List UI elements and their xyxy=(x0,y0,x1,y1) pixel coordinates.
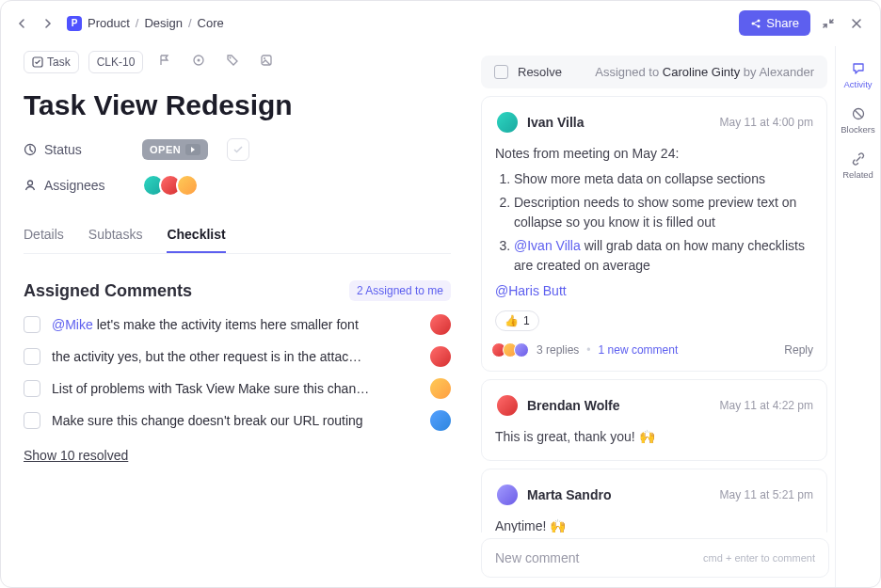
avatar xyxy=(495,393,520,418)
chat-icon xyxy=(851,61,866,76)
link-icon xyxy=(851,151,866,167)
status-label: Status xyxy=(24,142,129,157)
comment-thread: Ivan Villa May 11 at 4:00 pm Notes from … xyxy=(481,96,827,372)
new-comment-indicator[interactable]: 1 new comment xyxy=(599,343,679,357)
reaction-thumbsup[interactable]: 👍 1 xyxy=(495,310,539,331)
avatar xyxy=(176,174,199,197)
blocked-icon xyxy=(851,106,866,121)
task-title: Task View Redesign xyxy=(24,89,451,121)
checkbox[interactable] xyxy=(24,412,40,429)
list-item: @Ivan Villa will grab data on how many c… xyxy=(514,236,813,276)
comment-thread: Brendan Wolfe May 11 at 4:22 pm This is … xyxy=(481,379,827,461)
resolve-checkbox[interactable] xyxy=(494,65,508,79)
author-name: Ivan Villa xyxy=(527,115,584,130)
assigned-to-text: Assigned to Caroline Ginty by Alexander xyxy=(595,65,814,79)
mention[interactable]: @Haris Butt xyxy=(495,283,567,298)
image-icon[interactable] xyxy=(254,50,279,74)
status-pill[interactable]: OPEN xyxy=(142,139,208,160)
crumb-0[interactable]: Product xyxy=(88,16,130,30)
composer-placeholder: New comment xyxy=(495,550,579,565)
complete-toggle[interactable] xyxy=(227,138,249,161)
svg-point-8 xyxy=(264,57,265,59)
task-type-chip[interactable]: Task xyxy=(24,51,79,73)
project-icon: P xyxy=(67,16,82,31)
comment-row: Make sure this change doesn't break our … xyxy=(24,410,451,431)
comment-text[interactable]: @Mike let's make the activity items here… xyxy=(52,317,419,332)
tag-icon[interactable] xyxy=(220,50,245,74)
assignees-label: Assignees xyxy=(24,178,129,193)
crumb-1[interactable]: Design xyxy=(144,16,182,30)
checklist-icon xyxy=(32,56,43,68)
comment-row: List of problems with Task View Make sur… xyxy=(24,378,451,399)
checkbox[interactable] xyxy=(24,348,40,365)
share-button[interactable]: Share xyxy=(739,10,810,36)
comment-body: Anytime! 🙌 xyxy=(495,516,813,532)
avatar xyxy=(430,410,451,431)
svg-point-5 xyxy=(198,59,200,62)
tab-subtasks[interactable]: Subtasks xyxy=(88,217,143,253)
rail-related[interactable]: Related xyxy=(842,148,873,183)
comment-line: Notes from meeting on May 24: xyxy=(495,144,813,164)
status-next-icon[interactable] xyxy=(185,144,200,155)
comment-body: This is great, thank you! 🙌 xyxy=(495,427,813,447)
timestamp: May 11 at 4:00 pm xyxy=(720,116,813,129)
author-name: Marta Sandro xyxy=(527,487,611,502)
comment-thread: Marta Sandro May 11 at 5:21 pm Anytime! … xyxy=(481,469,827,532)
assignee-avatars[interactable] xyxy=(142,174,199,197)
show-resolved-link[interactable]: Show 10 resolved xyxy=(24,448,128,463)
reply-button[interactable]: Reply xyxy=(784,343,813,357)
svg-point-6 xyxy=(230,57,232,59)
assigned-count-badge: 2 Assigned to me xyxy=(349,280,451,301)
comment-composer[interactable]: New comment cmd + enter to comment xyxy=(481,538,829,578)
breadcrumb: P Product / Design / Core xyxy=(67,16,224,31)
comment-row: the activity yes, but the other request … xyxy=(24,346,451,367)
composer-hint: cmd + enter to comment xyxy=(703,552,815,564)
list-item: Description needs to show some preview t… xyxy=(514,193,813,232)
avatar xyxy=(430,314,451,335)
svg-point-10 xyxy=(28,181,33,185)
task-id-chip[interactable]: CLK-10 xyxy=(88,51,144,73)
avatar xyxy=(495,483,520,507)
comment-text[interactable]: the activity yes, but the other request … xyxy=(52,349,419,364)
timestamp: May 11 at 4:22 pm xyxy=(720,399,813,412)
avatar xyxy=(430,378,451,399)
comment-text[interactable]: Make sure this change doesn't break our … xyxy=(52,413,419,428)
person-icon xyxy=(24,179,37,192)
crumb-2[interactable]: Core xyxy=(198,16,224,30)
assigned-comments-heading: Assigned Comments xyxy=(24,281,192,301)
resolve-label[interactable]: Resolve xyxy=(518,65,562,79)
flag-icon[interactable] xyxy=(152,50,177,74)
list-item: Show more meta data on collapse sections xyxy=(514,169,813,189)
checkbox[interactable] xyxy=(24,316,40,333)
rail-blockers[interactable]: Blockers xyxy=(841,103,874,138)
replies-count[interactable]: 3 replies xyxy=(537,343,579,357)
timestamp: May 11 at 5:21 pm xyxy=(720,488,813,501)
share-icon xyxy=(750,18,761,29)
nav-back[interactable] xyxy=(14,15,31,32)
avatar xyxy=(495,110,520,135)
tab-details[interactable]: Details xyxy=(24,217,64,253)
checkbox[interactable] xyxy=(24,380,40,397)
comment-row: @Mike let's make the activity items here… xyxy=(24,314,451,335)
rail-activity[interactable]: Activity xyxy=(843,57,872,93)
close-icon[interactable] xyxy=(846,13,867,34)
target-icon[interactable] xyxy=(186,50,211,74)
author-name: Brendan Wolfe xyxy=(527,398,620,413)
avatar xyxy=(514,342,529,358)
svg-rect-7 xyxy=(262,56,271,65)
status-icon xyxy=(24,143,37,156)
nav-forward[interactable] xyxy=(39,15,56,32)
tab-checklist[interactable]: Checklist xyxy=(167,217,225,253)
collapse-icon[interactable] xyxy=(818,13,839,34)
comment-text[interactable]: List of problems with Task View Make sur… xyxy=(52,381,419,396)
avatar xyxy=(430,346,451,367)
resolve-bar: Resolve Assigned to Caroline Ginty by Al… xyxy=(481,56,827,88)
